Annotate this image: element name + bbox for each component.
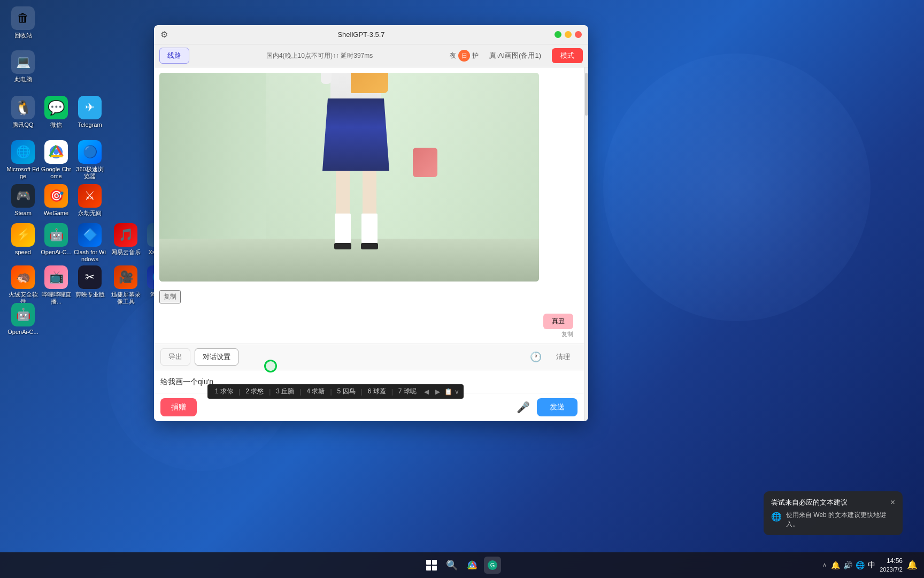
- desktop-icon-game[interactable]: ⚔ 永劫无间: [71, 182, 109, 219]
- desktop-icon-chrome[interactable]: Google Chrome: [37, 138, 75, 182]
- export-button[interactable]: 导出: [160, 348, 190, 366]
- desktop-icon-bilibili[interactable]: 📺 哔哩哔哩直播...: [37, 263, 75, 307]
- tray-network-icon[interactable]: 🌐: [856, 561, 865, 569]
- desktop-icon-netease[interactable]: 🎵 网易云音乐: [107, 221, 144, 258]
- desktop-icon-label: speed: [15, 249, 31, 256]
- ime-prev-button[interactable]: ◀: [422, 387, 431, 397]
- window-close-btn[interactable]: [575, 31, 582, 38]
- mic-button[interactable]: 🎤: [513, 398, 533, 417]
- desktop-icon-edge[interactable]: 🌐 Microsoft Edge: [4, 138, 42, 182]
- night-label: 夜: [450, 51, 456, 60]
- route-button[interactable]: 线路: [159, 48, 189, 64]
- system-tray: ∧ 🔔 🔊 🌐 中 14:56 2023/7/2 🔔: [822, 557, 918, 573]
- settings-gear-icon[interactable]: ⚙: [160, 29, 168, 40]
- tray-icons: 🔔 🔊 🌐 中: [831, 560, 875, 570]
- window-minimize-btn[interactable]: [555, 31, 561, 38]
- bottom-toolbar: 导出 对话设置 🕐 清理: [154, 344, 584, 370]
- ime-item-1[interactable]: 1 求你: [212, 386, 236, 397]
- ime-item-7[interactable]: 7 球呢: [395, 386, 420, 397]
- desktop-icon-label: 永劫无间: [78, 210, 102, 217]
- ime-item-2[interactable]: 2 求悠: [242, 386, 267, 397]
- donate-button[interactable]: 捐赠: [160, 398, 197, 416]
- ime-next-button[interactable]: ▶: [433, 387, 442, 397]
- taskbar-chrome-icon[interactable]: [464, 557, 481, 574]
- guard-label: 护: [472, 51, 479, 60]
- tray-expand-icon[interactable]: ∧: [822, 561, 827, 568]
- desktop-icon-label: Google Chrome: [40, 166, 73, 180]
- desktop-icon-label: Telegram: [78, 121, 102, 128]
- desktop-icon-pc[interactable]: 💻 此电脑: [4, 48, 42, 85]
- desktop-icon-label: 回收站: [14, 32, 32, 39]
- desktop-icon-label: WeGame: [44, 210, 68, 217]
- chat-scroll[interactable]: 复制 真丑 复制: [154, 67, 584, 344]
- desktop-icon-wechat[interactable]: 💬 微信: [37, 94, 75, 131]
- tray-time: 14:56 2023/7/2: [880, 557, 903, 573]
- desktop-icon-360[interactable]: 🔵 360极速浏览器: [71, 138, 109, 182]
- ime-item-6[interactable]: 6 球蓋: [365, 386, 389, 397]
- copy-right-sub: 复制: [543, 330, 573, 338]
- copy-ugly-button[interactable]: 真丑: [543, 314, 573, 329]
- desktop-icon-label: 微信: [50, 121, 62, 128]
- desktop-icon-openai[interactable]: 🤖 OpenAi-C...: [37, 221, 75, 258]
- desktop-icon-label: 迅捷屏幕录像工具: [109, 291, 142, 305]
- desktop-icon-clash[interactable]: 🔷 Clash for Windows: [71, 221, 109, 265]
- mode-button[interactable]: 模式: [552, 48, 583, 63]
- desktop-icon-qq[interactable]: 🐧 腾讯QQ: [4, 94, 42, 131]
- desktop-icon-speed[interactable]: ⚡ speed: [4, 221, 42, 258]
- ai-painting-button[interactable]: 真·AI画图(备用1): [482, 48, 549, 63]
- ime-copy-icon: 📋: [444, 388, 452, 396]
- scrollbar-thumb[interactable]: [585, 73, 588, 116]
- window-maximize-btn[interactable]: [565, 31, 572, 38]
- content-area: 复制 真丑 复制 导出 对话设置 🕐 清理: [154, 67, 584, 421]
- desktop-icon-openai2[interactable]: 🤖 OpenAi-C...: [4, 301, 42, 338]
- day-label: 日: [461, 52, 467, 60]
- vertical-scrollbar[interactable]: [584, 67, 588, 421]
- desktop-icon-recorder[interactable]: 🎥 迅捷屏幕录像工具: [107, 263, 144, 307]
- tray-notification-btn[interactable]: 🔔: [907, 560, 918, 570]
- desktop-icon-label: 360极速浏览器: [73, 166, 106, 180]
- day-night-toggle[interactable]: 夜 日 护: [450, 50, 479, 62]
- desktop-icon-telegram[interactable]: ✈ Telegram: [71, 94, 109, 131]
- desktop-icons: 🗑 回收站 💻 此电脑 🐧 腾讯QQ 💬 微信 ✈ Telegram 🌐 Mic…: [0, 0, 144, 455]
- desktop-icon-jianying[interactable]: ✂ 剪映专业版: [71, 263, 109, 300]
- desktop-icon-label: Clash for Windows: [73, 249, 106, 263]
- ime-item-3[interactable]: 3 丘脑: [273, 386, 297, 397]
- desktop-icon-label: OpenAi-C...: [41, 249, 71, 256]
- taskbar-search-icon[interactable]: 🔍: [443, 557, 460, 574]
- toast-notification: 尝试来自必应的文本建议 × 🌐 使用来自 Web 的文本建议更快地键入。: [764, 491, 903, 535]
- toast-body-text: 使用来自 Web 的文本建议更快地键入。: [786, 511, 895, 529]
- day-toggle-circle[interactable]: 日: [458, 50, 470, 62]
- desktop-icon-label: 腾讯QQ: [12, 121, 33, 128]
- tray-volume-icon[interactable]: 🔊: [843, 561, 852, 569]
- desktop-icon-wegame[interactable]: 🎯 WeGame: [37, 182, 75, 219]
- server-info: 国内4(晚上10点不可用)↑↑ 延时397ms: [192, 51, 446, 60]
- tray-keyboard-icon[interactable]: 中: [868, 560, 875, 570]
- dialog-settings-button[interactable]: 对话设置: [195, 348, 238, 366]
- ime-expand-button[interactable]: ∨: [455, 388, 459, 396]
- svg-text:G: G: [490, 562, 495, 568]
- taskbar-center: 🔍 G: [423, 557, 501, 574]
- desktop-icon-label: Microsoft Edge: [6, 166, 40, 180]
- tray-time-display: 14:56: [880, 557, 903, 566]
- history-icon-button[interactable]: 🕐: [527, 348, 544, 366]
- start-button[interactable]: [423, 557, 440, 574]
- taskbar-shellgpt-icon[interactable]: G: [484, 557, 501, 574]
- chat-image: [159, 73, 539, 282]
- desktop-icon-trash[interactable]: 🗑 回收站: [4, 4, 42, 41]
- send-button[interactable]: 发送: [537, 398, 578, 416]
- copy-right-area: 真丑 复制: [543, 314, 573, 338]
- tray-date-display: 2023/7/2: [880, 566, 903, 573]
- desktop-icon-steam[interactable]: 🎮 Steam: [4, 182, 42, 219]
- clear-button[interactable]: 清理: [549, 349, 578, 365]
- taskbar: 🔍 G ∧ 🔔 🔊 🌐 中: [0, 552, 924, 578]
- server-label: 国内4(晚上10点不可用)↑↑ 延时397ms: [266, 51, 373, 60]
- ime-suggestion-bar: 1 求你 | 2 求悠 | 3 丘脑 | 4 求塘 | 5 囚鸟 | 6 球蓋 …: [207, 384, 464, 399]
- chat-image-container: 复制: [159, 73, 579, 303]
- tray-notification-icon[interactable]: 🔔: [831, 561, 840, 569]
- desktop-icon-label: Steam: [14, 210, 32, 217]
- ime-item-5[interactable]: 5 囚鸟: [334, 386, 359, 397]
- ime-item-4[interactable]: 4 求塘: [303, 386, 328, 397]
- copy-button[interactable]: 复制: [159, 290, 181, 303]
- toast-close-button[interactable]: ×: [890, 498, 895, 507]
- desktop-icon-label: 哔哩哔哩直播...: [40, 291, 73, 305]
